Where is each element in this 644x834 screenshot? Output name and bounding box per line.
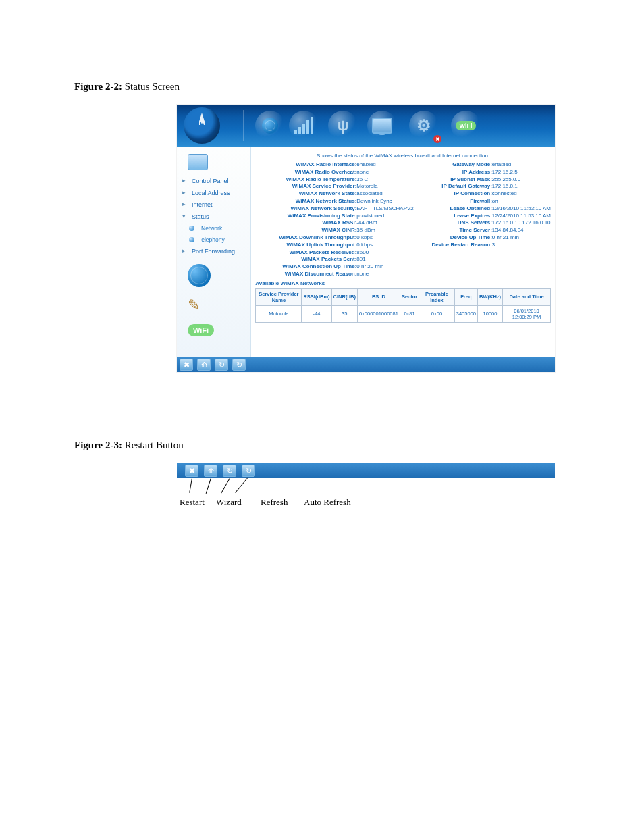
table-header: Freq <box>454 288 477 305</box>
table-cell: 06/01/2010 12:00:29 PM <box>503 305 551 322</box>
table-header: Service Provider Name <box>256 288 302 305</box>
header-signal-bars-icon[interactable] <box>289 111 319 140</box>
status-kv: WiMAX Network Security:EAP-TTLS/MSCHAPV2 <box>255 205 413 213</box>
status-kv: WiMAX CINR:35 dBm <box>255 227 413 234</box>
footer-auto-refresh-button[interactable]: ↻ <box>232 359 246 371</box>
footer-toolbar: ✖ ⟰ ↻ ↻ <box>177 357 555 372</box>
status-kv: WiMAX Packets Received:8600 <box>255 249 413 257</box>
status-kv: WiMAX Radio Temperature:36 C <box>255 176 413 184</box>
sidebar: Control Panel Local Address Internet Sta… <box>177 147 251 357</box>
status-kv: Lease Expires:12/24/2010 11:53:10 AM <box>418 213 551 220</box>
table-header: BW(KHz) <box>477 288 502 305</box>
sidebar-item-internet[interactable]: Internet <box>181 199 248 211</box>
figure-2-3-title: Restart Button <box>125 440 184 450</box>
status-kv: WiMAX Packets Sent:891 <box>255 256 413 263</box>
table-cell: 3405000 <box>454 305 477 322</box>
table-header: RSSI(dBm) <box>302 288 331 305</box>
footer-refresh-button[interactable]: ↻ <box>215 359 228 371</box>
detail-wizard-button[interactable]: ⟰ <box>204 465 217 477</box>
status-kv: Lease Obtained:12/16/2010 11:53:10 AM <box>418 205 551 213</box>
table-cell: 0x000001000081 <box>357 305 400 322</box>
callout-auto-refresh: Auto Refresh <box>304 497 351 508</box>
status-kv: WiMAX Downlink Throughput:0 kbps <box>255 234 413 242</box>
status-kv: Device Up Time:0 hr 21 min <box>418 234 551 242</box>
status-kv: WiMAX Connection Up Time:0 hr 20 min <box>255 263 413 271</box>
sidebar-item-telephony[interactable]: Telephony <box>181 234 248 246</box>
status-left-column: WiMAX Radio Interface:enabledWiMAX Radio… <box>255 161 413 278</box>
status-banner: Shows the status of the WiMAX wireless b… <box>255 151 551 161</box>
table-header: Preamble Index <box>419 288 455 305</box>
detail-restart-button[interactable]: ✖ <box>185 465 198 477</box>
footer-restart-button[interactable]: ✖ <box>180 359 193 371</box>
header-gear-disabled-icon[interactable]: ⚙ <box>409 111 439 140</box>
callout-refresh: Refresh <box>261 497 288 508</box>
sidebar-item-status[interactable]: Status <box>181 211 248 224</box>
header-wifi-icon[interactable]: WiFi <box>451 111 481 140</box>
table-cell: 10000 <box>477 305 502 322</box>
status-kv: IP Default Gateway:172.16.0.1 <box>418 183 551 190</box>
figure-2-2-title: Status Screen <box>125 81 180 92</box>
header-monitor-icon[interactable] <box>367 111 397 140</box>
table-header: Sector <box>400 288 419 305</box>
status-kv: WiMAX RSSI:-44 dBm <box>255 219 413 227</box>
status-kv: WiMAX Provisioning State:provisioned <box>255 213 413 220</box>
sidebar-item-network[interactable]: Network <box>181 223 248 234</box>
figure-2-3-caption: Figure 2-3: Restart Button <box>74 440 590 451</box>
status-kv: WiMAX Network State:associated <box>255 190 413 198</box>
sidebar-device-icon <box>184 153 211 173</box>
status-kv: WiMAX Disconnect Reason:none <box>255 271 413 278</box>
table-cell: 0x81 <box>400 305 419 322</box>
table-header: Date and Time <box>503 288 551 305</box>
restart-button-figure: ✖ ⟰ ↻ ↻ Restart Wizard Refresh Auto Refr… <box>177 463 590 511</box>
status-kv: Device Restart Reason:3 <box>418 242 551 249</box>
sidebar-wifi-large-icon: WiFi <box>188 319 248 337</box>
footer-toolbar-detail: ✖ ⟰ ↻ ↻ <box>177 463 555 478</box>
sidebar-item-port-forwarding[interactable]: Port Forwarding <box>181 246 248 258</box>
table-cell: 0x00 <box>419 305 455 322</box>
figure-2-2-label: Figure 2-2: <box>74 81 122 92</box>
status-kv: Gateway Mode:enabled <box>418 161 551 169</box>
status-kv: IP Connection:connected <box>418 190 551 198</box>
status-kv: WiMAX Radio Interface:enabled <box>255 161 413 169</box>
callout-restart: Restart <box>180 497 205 508</box>
header-antenna-icon[interactable]: ψ <box>328 111 358 140</box>
figure-2-2-caption: Figure 2-2: Status Screen <box>74 81 590 93</box>
status-right-column: Gateway Mode:enabledIP Address:172.16.2.… <box>418 161 551 278</box>
status-kv: Firewall:on <box>418 198 551 205</box>
main-content: Shows the status of the WiMAX wireless b… <box>251 147 555 357</box>
status-kv: WiMAX Uplink Throughput:0 kbps <box>255 242 413 249</box>
callout-wizard: Wizard <box>216 497 242 508</box>
detail-auto-refresh-button[interactable]: ↻ <box>242 465 255 477</box>
available-networks-label: Available WiMAX Networks <box>255 278 551 286</box>
status-kv: DNS Servers:172.16.0.10 172.16.0.10 <box>418 219 551 227</box>
sidebar-item-control-panel[interactable]: Control Panel <box>181 176 248 188</box>
header-globe-icon[interactable] <box>255 111 285 140</box>
figure-2-3-label: Figure 2-3: <box>74 440 122 450</box>
table-row: Motorola-44350x0000010000810x810x0034050… <box>256 305 551 322</box>
status-kv: WiMAX Radio Overheat:none <box>255 169 413 176</box>
status-screen-screenshot: ψ ⚙ WiFi Control Panel Local Address Int… <box>177 105 555 372</box>
app-header: ψ ⚙ WiFi <box>177 105 555 147</box>
sidebar-pen-icon: ✎ <box>188 296 248 314</box>
available-networks-table: Service Provider NameRSSI(dBm)CINR(dB)BS… <box>255 288 551 323</box>
sidebar-globe-large-icon <box>188 264 248 291</box>
status-kv: WiMAX Service Provider:Motorola <box>255 183 413 190</box>
status-kv: Time Server:134.84.84.84 <box>418 227 551 234</box>
table-header: BS ID <box>357 288 400 305</box>
table-cell: -44 <box>302 305 331 322</box>
table-header: CINR(dB) <box>331 288 357 305</box>
status-kv: IP Subnet Mask:255.255.0.0 <box>418 176 551 184</box>
status-kv: IP Address:172.16.2.5 <box>418 169 551 176</box>
table-cell: 35 <box>331 305 357 322</box>
footer-wizard-button[interactable]: ⟰ <box>197 359 211 371</box>
detail-refresh-button[interactable]: ↻ <box>223 465 236 477</box>
motorola-logo <box>184 107 220 144</box>
sidebar-item-local-address[interactable]: Local Address <box>181 188 248 200</box>
status-kv: WiMAX Network Status:Downlink Sync <box>255 198 413 205</box>
table-cell: Motorola <box>256 305 302 322</box>
